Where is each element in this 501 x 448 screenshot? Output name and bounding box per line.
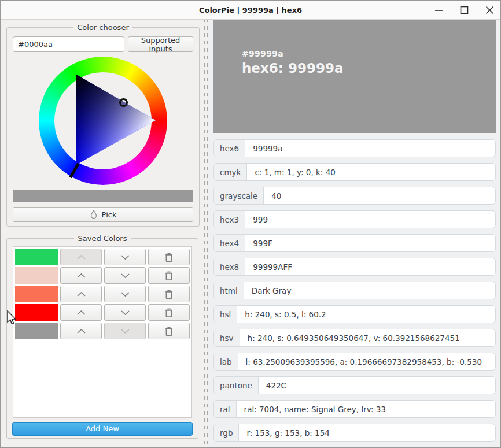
field-row: pantone 422C <box>213 376 496 394</box>
supported-inputs-button[interactable]: Supported inputs <box>128 36 193 52</box>
move-up-button[interactable] <box>60 267 102 284</box>
field-value[interactable]: 99999a <box>245 140 495 157</box>
field-label: grayscale <box>214 187 264 204</box>
field-rows: hex6 99999a cmyk c: 1, m: 1, y: 0, k: 40… <box>213 139 496 442</box>
pick-button[interactable]: Pick <box>13 207 193 222</box>
field-row: grayscale 40 <box>213 187 496 205</box>
delete-button[interactable] <box>148 304 190 321</box>
chevron-down-icon <box>121 255 130 260</box>
delete-button[interactable] <box>148 267 190 284</box>
field-label: rgb <box>214 424 239 441</box>
field-row: hex8 99999AFF <box>213 258 496 276</box>
field-value[interactable]: 40 <box>264 187 495 204</box>
maximize-button[interactable] <box>459 5 469 16</box>
move-up-button[interactable] <box>60 323 102 339</box>
chevron-up-icon <box>77 329 86 334</box>
field-value[interactable]: h: 240, s: 0.5, l: 60.2 <box>237 306 495 323</box>
delete-button[interactable] <box>148 286 190 302</box>
field-row: lab l: 63.25009639395596, a: 0.196666973… <box>213 353 496 371</box>
trash-icon <box>164 308 174 318</box>
saved-color-swatch[interactable] <box>15 267 58 284</box>
field-value[interactable]: Dark Gray <box>244 282 495 299</box>
color-wheel[interactable] <box>39 57 167 185</box>
field-row: cmyk c: 1, m: 1, y: 0, k: 40 <box>213 163 496 181</box>
saved-color-swatch[interactable] <box>15 249 58 265</box>
window-title: ColorPie | 99999a | hex6 <box>199 6 302 14</box>
preview-main-text: hex6: 99999a <box>242 61 496 76</box>
move-down-button[interactable] <box>104 304 146 321</box>
field-row: ral ral: 7004, name: Signal Grey, lrv: 3… <box>213 400 496 418</box>
add-new-button[interactable]: Add New <box>12 422 193 436</box>
color-preview: #99999a hex6: 99999a <box>213 20 496 133</box>
field-value[interactable]: 99999AFF <box>245 258 495 275</box>
field-value[interactable]: 422C <box>259 377 495 394</box>
saved-color-row <box>15 304 190 321</box>
right-pane: #99999a hex6: 99999a hex6 99999a cmyk c:… <box>208 20 500 447</box>
field-value[interactable]: l: 63.25009639395596, a: 0.1966669738295… <box>238 353 495 370</box>
move-down-button[interactable] <box>104 323 146 339</box>
chevron-down-icon <box>121 329 130 334</box>
field-label: ral <box>214 401 237 417</box>
field-value[interactable]: 999 <box>245 211 495 228</box>
field-label: html <box>214 282 244 299</box>
move-down-button[interactable] <box>104 249 146 265</box>
trash-icon <box>164 289 174 299</box>
move-up-button[interactable] <box>60 249 102 265</box>
pick-button-label: Pick <box>102 210 117 219</box>
field-label: hsl <box>214 306 237 323</box>
field-label: cmyk <box>214 164 247 180</box>
chevron-up-icon <box>77 273 86 278</box>
title-bar: ColorPie | 99999a | hex6 <box>1 1 500 20</box>
current-color-bar <box>13 190 193 202</box>
color-chooser-group: Color chooser Supported inputs Pick <box>6 23 200 227</box>
saved-color-row <box>15 249 190 265</box>
trash-icon <box>164 252 174 262</box>
saved-color-row <box>15 267 190 284</box>
color-input[interactable] <box>13 36 124 52</box>
saved-colors-list <box>13 246 192 418</box>
field-value[interactable]: c: 1, m: 1, y: 0, k: 40 <box>247 164 495 180</box>
sv-marker[interactable] <box>119 98 128 107</box>
chevron-up-icon <box>77 292 86 297</box>
delete-button[interactable] <box>148 249 190 265</box>
saved-color-row <box>15 286 190 302</box>
close-icon <box>485 6 494 14</box>
field-row: rgb r: 153, g: 153, b: 154 <box>213 424 496 442</box>
field-row: hex6 99999a <box>213 139 496 157</box>
field-label: hex3 <box>214 211 245 228</box>
saved-color-swatch[interactable] <box>15 286 58 302</box>
field-value[interactable]: r: 153, g: 153, b: 154 <box>239 424 495 441</box>
preview-hex-text: #99999a <box>242 49 496 58</box>
field-value[interactable]: h: 240, s: 0.649350649350647, v: 60.3921… <box>240 329 495 346</box>
trash-icon <box>164 326 174 336</box>
field-label: hsv <box>214 329 240 346</box>
color-chooser-title: Color chooser <box>73 23 132 32</box>
move-down-button[interactable] <box>104 267 146 284</box>
saved-color-swatch[interactable] <box>15 323 58 339</box>
field-value[interactable]: ral: 7004, name: Signal Grey, lrv: 33 <box>237 401 495 417</box>
saved-colors-group: Saved Colors <box>6 234 198 439</box>
move-down-button[interactable] <box>104 286 146 302</box>
close-button[interactable] <box>484 5 495 16</box>
window-controls <box>433 1 495 20</box>
field-row: hex4 999F <box>213 234 496 252</box>
saved-color-swatch[interactable] <box>15 304 58 321</box>
chevron-up-icon <box>77 255 86 260</box>
field-label: hex8 <box>214 258 245 275</box>
move-up-button[interactable] <box>60 286 102 302</box>
minimize-button[interactable] <box>433 5 444 16</box>
field-row: hsv h: 240, s: 0.649350649350647, v: 60.… <box>213 329 496 347</box>
field-label: hex6 <box>214 140 245 157</box>
delete-button[interactable] <box>148 323 190 339</box>
maximize-icon <box>460 6 469 14</box>
saved-colors-title: Saved Colors <box>74 234 130 243</box>
field-row: html Dark Gray <box>213 282 496 299</box>
field-value[interactable]: 999F <box>245 235 495 251</box>
move-up-button[interactable] <box>60 304 102 321</box>
colorpie-window: { "window": { "title": "ColorPie | 99999… <box>0 0 501 448</box>
droplet-icon <box>90 210 98 219</box>
minimize-icon <box>434 6 443 14</box>
left-pane: Color chooser Supported inputs Pick Sav <box>1 20 204 447</box>
chevron-down-icon <box>121 273 130 278</box>
chevron-down-icon <box>121 292 130 297</box>
